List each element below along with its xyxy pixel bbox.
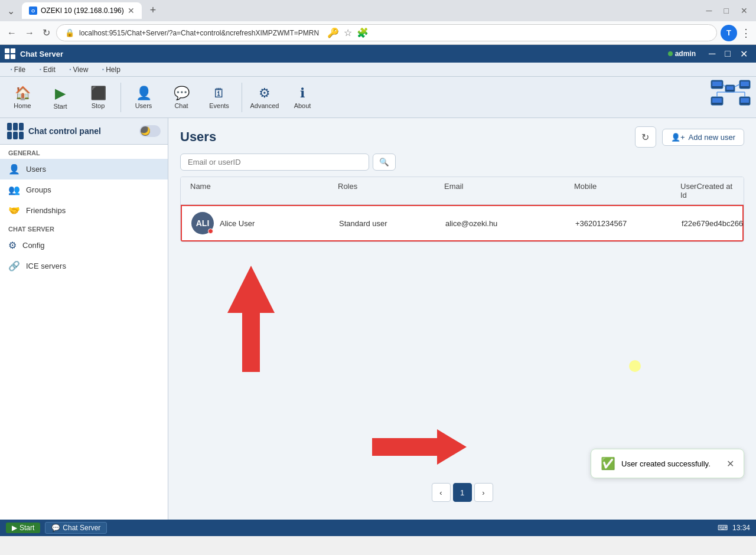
toolbar-start[interactable]: ▶ Start [43,80,78,115]
sidebar-ice-label: ICE servers [26,262,66,270]
toolbar-divider-2 [242,83,242,112]
app-menubar: File Edit View Help [0,63,756,77]
next-page-btn[interactable]: › [474,483,493,502]
user-mobile: +36201234567 [575,219,682,228]
config-icon: ⚙ [8,240,17,251]
col-email: Email [444,182,574,200]
toolbar-users[interactable]: 👤 Users [126,80,161,115]
menu-help[interactable]: Help [96,64,126,75]
toolbar-about-label: About [294,102,311,109]
user-role: Standard user [339,219,445,228]
browser-titlebar: ⌄ O OZEKI 10 (192.168.0.196) ✕ + ─ □ ✕ [0,0,756,21]
profile-avatar[interactable]: T [721,25,737,41]
window-minimize-btn[interactable]: ─ [703,5,716,17]
page-1-btn[interactable]: 1 [453,483,472,502]
toolbar-events[interactable]: 🗓 Events [201,80,237,115]
menu-view[interactable]: View [64,64,94,75]
search-input[interactable] [180,154,369,171]
sidebar-item-ice-servers[interactable]: 🔗 ICE servers [0,256,168,276]
menu-file[interactable]: File [5,64,31,75]
refresh-btn[interactable]: ↻ [635,126,656,148]
time-display: 13:34 [732,524,750,532]
toolbar-about[interactable]: ℹ About [285,80,320,115]
tab-close-btn[interactable]: ✕ [128,6,135,15]
sidebar-section-general: General [0,145,168,159]
sidebar-item-users[interactable]: 👤 Users [0,159,168,179]
users-table: Name Roles Email Mobile User Id Created … [180,177,744,242]
status-dot [208,228,213,234]
svg-rect-11 [741,98,749,103]
prev-page-btn[interactable]: ‹ [432,483,451,502]
window-maximize-btn[interactable]: □ [721,5,732,17]
statusbar-start-label: Start [19,524,34,532]
sidebar-friendships-label: Friendships [26,206,66,215]
cursor-dot [629,360,641,372]
toast-notification: ✅ User created successfully. ✕ [591,449,744,478]
toolbar-divider-1 [120,83,121,112]
toolbar-chat[interactable]: 💬 Chat [164,80,199,115]
app-close-btn[interactable]: ✕ [737,47,751,61]
avatar-initials: ALI [196,218,210,228]
toolbar-advanced[interactable]: ⚙ Advanced [247,80,282,115]
table-row[interactable]: ALI Alice User Standard user alice@ozeki… [181,205,744,241]
search-btn[interactable]: 🔍 [373,154,396,171]
statusbar-chatserver-label: Chat Server [63,524,100,532]
home-icon: 🏠 [15,86,31,101]
toolbar-events-label: Events [209,102,229,109]
tab-favicon: O [29,6,37,15]
reload-btn[interactable]: ↻ [40,25,53,41]
toolbar-stop[interactable]: ⬛ Stop [80,80,116,115]
star-btn[interactable]: ☆ [344,27,352,38]
arrow-annotation-up [216,266,286,374]
app-maximize-btn[interactable]: □ [721,47,734,61]
tab-list-btn[interactable]: ⌄ [5,3,17,19]
svg-rect-3 [726,86,734,90]
table-header: Name Roles Email Mobile User Id Created … [181,177,744,205]
toast-close-btn[interactable]: ✕ [726,458,734,469]
browser-addressbar: ← → ↻ 🔒 localhost:9515/Chat+Server/?a=Ch… [0,21,756,45]
sidebar-config-label: Config [22,241,45,250]
browser-tab[interactable]: O OZEKI 10 (192.168.0.196) ✕ [22,2,142,19]
app-title: Chat Server [20,50,63,58]
back-btn[interactable]: ← [5,25,19,41]
col-created: Created at [696,182,744,200]
svg-marker-17 [372,429,467,465]
keyboard-icon: ⌨ [718,524,728,532]
col-userid: User Id [680,182,696,200]
sidebar-item-groups[interactable]: 👥 Groups [0,179,168,200]
statusbar-start-icon: ▶ [12,524,17,532]
app-logo [5,48,15,59]
app-titlebar: Chat Server admin ─ □ ✕ [0,45,756,63]
admin-indicator: admin [668,50,696,58]
pagination: ‹ 1 › [432,483,493,502]
sidebar-item-config[interactable]: ⚙ Config [0,235,168,256]
statusbar-chatserver-btn[interactable]: 💬 Chat Server [45,522,107,534]
browser-menu-btn[interactable]: ⋮ [741,27,751,40]
toolbar-chat-label: Chat [174,102,188,109]
col-name: Name [190,182,338,200]
user-icon: 👤 [8,164,20,175]
user-id: f22e679ed4bc266b42459... [682,219,744,228]
toolbar-home[interactable]: 🏠 Home [5,80,40,115]
window-close-btn[interactable]: ✕ [737,5,751,17]
forward-btn[interactable]: → [22,25,37,41]
avatar: ALI [191,212,214,234]
dark-mode-toggle[interactable]: 🌙 [139,125,161,137]
bookmark-btn[interactable]: 🔑 [327,27,339,38]
dark-mode-knob: 🌙 [141,126,150,136]
extension-btn[interactable]: 🧩 [357,27,369,38]
menu-edit[interactable]: Edit [34,64,61,75]
svg-line-7 [735,84,739,87]
content-header: Users ↻ 👤+ Add new user [168,118,756,154]
app-minimize-btn[interactable]: ─ [705,47,719,61]
toolbar-users-label: Users [135,102,152,109]
friendships-icon: 🤝 [8,205,20,216]
address-box[interactable]: 🔒 localhost:9515/Chat+Server/?a=Chat+con… [56,24,717,41]
statusbar-start-btn[interactable]: ▶ Start [6,523,40,533]
sidebar-item-friendships[interactable]: 🤝 Friendships [0,200,168,221]
admin-label: admin [675,50,696,58]
user-email: alice@ozeki.hu [445,219,575,228]
toolbar-stop-label: Stop [92,102,105,109]
new-tab-btn[interactable]: + [146,4,160,17]
add-user-btn[interactable]: 👤+ Add new user [662,129,744,146]
